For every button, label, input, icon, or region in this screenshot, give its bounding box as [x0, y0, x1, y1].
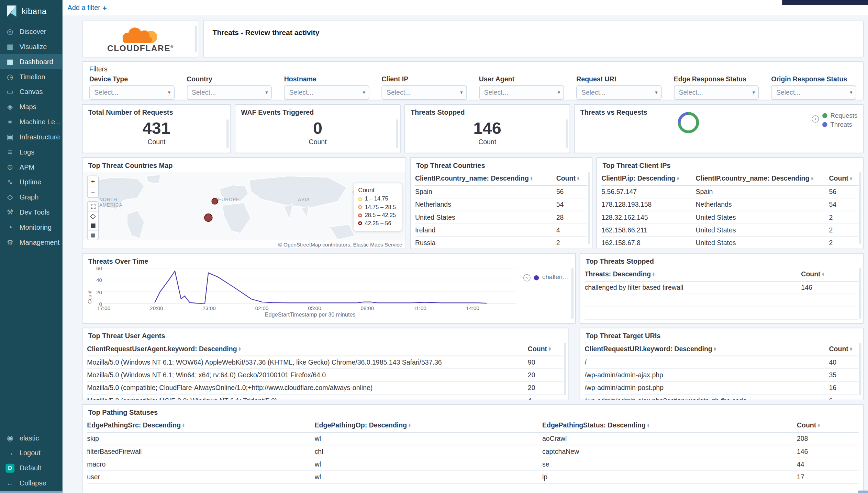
panel-scrollbar[interactable]: [195, 26, 197, 53]
map-tool-draw-bounds-icon[interactable]: [88, 202, 98, 211]
panel-scrollbar[interactable]: [396, 119, 398, 148]
column-header[interactable]: ClientIP.ip: Descending ▴▾: [601, 172, 695, 185]
sidebar-item-collapse[interactable]: ← Collapse: [0, 475, 63, 491]
sidebar-item-infrastructure[interactable]: ▣ Infrastructure: [0, 129, 63, 145]
filter-select-request-uri[interactable]: Select... ▾: [576, 85, 661, 100]
sort-icon: ▴▾: [182, 423, 185, 428]
kibana-home-link[interactable]: kibana: [0, 0, 63, 22]
sidebar-item-graph[interactable]: ◇ Graph: [0, 190, 63, 205]
column-header[interactable]: Threats: Descending ▴▾: [585, 268, 801, 281]
table-row: skip wl aoCrawl 208: [87, 433, 858, 445]
chevron-down-icon: ▾: [265, 90, 268, 95]
sidebar-item-monitoring[interactable]: ◔ Monitoring: [0, 220, 63, 235]
panel-scrollbar[interactable]: [566, 119, 568, 148]
canvas-icon: ▭: [5, 88, 14, 96]
panel-scrollbar[interactable]: [564, 343, 566, 395]
column-header[interactable]: ClientRequestUserAgent.keyword: Descendi…: [87, 343, 528, 355]
table-row: / 40: [585, 356, 858, 369]
sidebar-item-maps[interactable]: ◈ Maps: [0, 99, 63, 114]
filters-panel: Filters Device Type Select... ▾: [82, 61, 864, 101]
map-marker[interactable]: [204, 214, 212, 222]
chevron-down-icon: ▾: [460, 90, 463, 95]
column-header[interactable]: Count ▴▾: [801, 268, 858, 281]
column-header[interactable]: ClientIP.country_name: Descending ▴▾: [415, 172, 556, 185]
x-tick: 14:00: [466, 305, 479, 311]
panel-scrollbar[interactable]: [859, 343, 861, 395]
sidebar-item-visualize[interactable]: ▥ Visualize: [0, 39, 63, 54]
metric-unit: Count: [147, 138, 165, 146]
panel-title: Top Threat User Agents: [82, 328, 568, 342]
filter-select-edge-response-status[interactable]: Select... ▾: [674, 85, 759, 100]
threats-over-time-panel: Threats Over Time Count 0204060 17:0020:…: [82, 253, 576, 324]
sidebar-item-canvas[interactable]: ▭ Canvas: [0, 84, 63, 99]
panel-scrollbar[interactable]: [226, 119, 229, 148]
table-cell: 2: [829, 211, 859, 223]
column-header[interactable]: EdgePathingStatus: Descending ▴▾: [542, 419, 797, 432]
table-cell: 54: [829, 198, 859, 211]
select-placeholder: Select...: [484, 89, 508, 96]
filter-select-user-agent[interactable]: Select... ▾: [479, 85, 564, 100]
column-header[interactable]: Count ▴▾: [797, 419, 859, 432]
filter-label: Edge Response Status: [674, 75, 759, 83]
sidebar-item-uptime[interactable]: ∿ Uptime: [0, 174, 63, 190]
column-header[interactable]: Count ▴▾: [528, 343, 564, 355]
horizontal-scrollbar-thumb[interactable]: [858, 491, 868, 493]
sidebar-item-apm[interactable]: ⊙ APM: [0, 159, 63, 174]
filter-select-client-ip[interactable]: Select... ▾: [381, 85, 467, 100]
sort-desc-icon: ▾: [409, 425, 411, 428]
map-canvas[interactable]: NORTH AMERICA EUROPE ASIA + −: [82, 172, 405, 249]
panel-scrollbar[interactable]: [588, 172, 590, 244]
column-header[interactable]: EdgePathingSrc: Descending ▴▾: [87, 419, 314, 432]
filters-title: Filters: [89, 65, 856, 73]
cloudflare-cloud-icon: [116, 26, 165, 45]
main-area: Add a filter + CLOU: [63, 0, 868, 493]
sidebar-item-discover[interactable]: ◎ Discover: [0, 24, 63, 39]
sidebar-item-logs[interactable]: ≡ Logs: [0, 144, 63, 159]
column-header[interactable]: Count ▴▾: [829, 172, 859, 185]
map-tool-polygon-icon[interactable]: [88, 211, 98, 221]
series-legend-label[interactable]: challenged b...: [542, 274, 572, 280]
table-row: filterBasedFirewall chl captchaNew 146: [87, 445, 858, 458]
map-attribution[interactable]: © OpenStreetMap contributors, Elastic Ma…: [82, 240, 405, 249]
table-row: macro wl se 44: [87, 458, 858, 471]
filter-select-origin-response-status[interactable]: Select... ▾: [771, 85, 856, 100]
sidebar-item-management[interactable]: ⚙ Management: [0, 234, 63, 250]
legend-collapse-icon[interactable]: ‹: [812, 115, 819, 123]
sidebar-horizontal-scrollbar-thumb[interactable]: [0, 491, 63, 493]
filter-select-hostname[interactable]: Select... ▾: [284, 85, 369, 100]
sidebar-item-dashboard[interactable]: ▦ Dashboard: [0, 54, 63, 69]
map-marker[interactable]: [211, 198, 218, 204]
filter-select-device-type[interactable]: Select... ▾: [89, 85, 175, 100]
filter-label: Origin Response Status: [771, 75, 856, 83]
table-row-empty: [585, 307, 858, 320]
panel-scrollbar[interactable]: [859, 268, 861, 319]
zoom-out-button[interactable]: −: [88, 187, 98, 197]
line-chart[interactable]: 17:0020:0023:0002:0005:0008:0011:0014:00…: [104, 268, 516, 318]
sidebar-item-logout[interactable]: → Logout: [0, 445, 63, 460]
column-header[interactable]: ClientIP.country_name: Descending ▴▾: [696, 172, 829, 185]
legend-collapse-icon[interactable]: ‹: [523, 274, 531, 282]
map-tool-rectangle-icon[interactable]: [88, 221, 98, 230]
panel-scrollbar[interactable]: [859, 172, 861, 244]
map-tool-marker-icon[interactable]: [88, 230, 98, 240]
sidebar-item-default[interactable]: D Default: [0, 460, 63, 475]
sidebar-item-elastic[interactable]: ◉ elastic: [0, 430, 63, 445]
sidebar-item-machine-le[interactable]: ∗ Machine Le...: [0, 114, 63, 129]
filter-select-country[interactable]: Select... ▾: [187, 85, 272, 100]
table-cell: United States: [415, 211, 556, 223]
sort-icon: ▴▾: [531, 176, 533, 181]
legend-item[interactable]: Requests: [823, 111, 858, 120]
column-header[interactable]: EdgePathingOp: Descending ▴▾: [315, 419, 542, 432]
panel-scrollbar[interactable]: [571, 268, 573, 319]
column-header[interactable]: ClientRequestURI.keyword: Descending ▴▾: [585, 343, 829, 355]
column-header[interactable]: Count ▴▾: [829, 343, 859, 355]
add-filter-button[interactable]: Add a filter +: [67, 4, 107, 12]
threats-stopped-panel: Threats Stopped 146 Count: [404, 104, 570, 153]
sidebar-item-timelion[interactable]: ◷ Timelion: [0, 69, 63, 84]
sidebar-item-dev-tools[interactable]: ⚒ Dev Tools: [0, 205, 63, 220]
column-header[interactable]: Count ▴▾: [556, 172, 588, 185]
table-row: Mozilla/5.0 (compatible; CloudFlare-Alwa…: [87, 382, 563, 394]
zoom-in-button[interactable]: +: [88, 176, 98, 187]
legend-item[interactable]: Threats: [823, 120, 858, 129]
maps-icon: ◈: [5, 103, 14, 111]
